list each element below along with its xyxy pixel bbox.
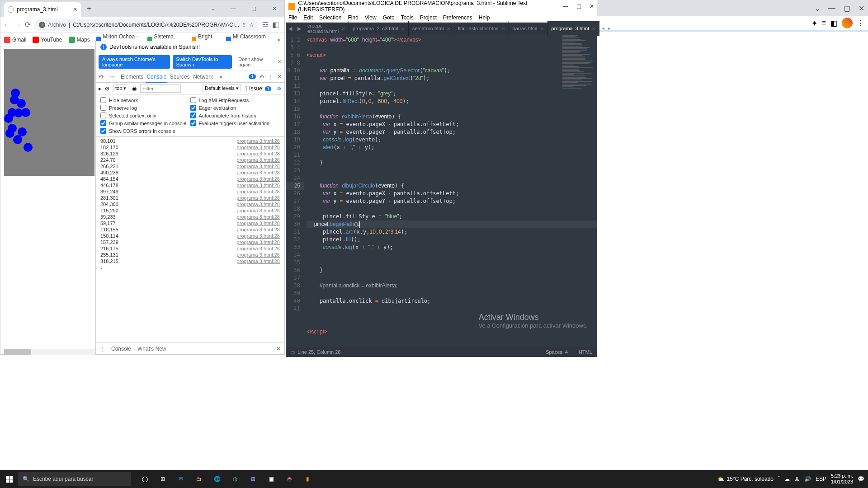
clear-console-icon[interactable]: ⊘: [105, 85, 109, 92]
drawer-menu-icon[interactable]: ⋮: [99, 346, 105, 352]
edge-app-icon[interactable]: ◍: [226, 470, 244, 488]
editor-tab[interactable]: flor_instructor.html✕: [454, 21, 509, 36]
menu-edit[interactable]: Edit: [303, 14, 313, 21]
setting-checkbox[interactable]: [190, 97, 196, 103]
bg-avatar[interactable]: [842, 18, 853, 28]
device-icon[interactable]: ▭: [109, 74, 114, 80]
chrome-chevron-icon[interactable]: ⌄: [203, 0, 223, 17]
log-source-link[interactable]: programa 3.html:28: [237, 145, 280, 150]
devtools-tab-console[interactable]: Console: [146, 72, 167, 83]
network-icon[interactable]: 🖧: [794, 476, 800, 482]
chrome-app-icon[interactable]: 🌐: [208, 470, 226, 488]
store-icon[interactable]: ⊞: [244, 470, 262, 488]
editor-tab[interactable]: programa_3.html✕: [548, 21, 599, 36]
console-setting[interactable]: Preserve log: [100, 105, 190, 111]
always-match-button[interactable]: Always match Chrome's language: [99, 55, 170, 69]
bg-ext-icon[interactable]: ✦: [811, 19, 817, 28]
bg-close-icon[interactable]: ✕: [859, 4, 864, 13]
setting-checkbox[interactable]: [100, 128, 106, 134]
log-source-link[interactable]: programa 3.html:28: [237, 164, 280, 169]
log-source-link[interactable]: programa 3.html:28: [237, 239, 280, 245]
new-tab-button[interactable]: +: [83, 2, 95, 15]
onedrive-icon[interactable]: ☁: [784, 476, 790, 482]
inspect-icon[interactable]: ⯐: [99, 74, 104, 80]
language-indicator[interactable]: ESP: [816, 476, 826, 482]
tab-close-icon[interactable]: ✕: [447, 26, 450, 31]
bookmark-star-icon[interactable]: ☆: [249, 22, 254, 28]
menu-preferences[interactable]: Preferences: [443, 14, 472, 21]
log-source-link[interactable]: programa 3.html:28: [237, 258, 280, 264]
menu-project[interactable]: Project: [420, 14, 437, 21]
menu-file[interactable]: File: [288, 14, 297, 21]
status-syntax[interactable]: HTML: [579, 349, 592, 355]
back-button[interactable]: ←: [3, 20, 10, 29]
tab-nav-next-icon[interactable]: ▶: [295, 26, 304, 32]
devtools-tab-elements[interactable]: Elements: [120, 72, 144, 82]
context-selector[interactable]: top ▾: [113, 84, 128, 92]
editor-tab[interactable]: semaforo.html✕: [409, 21, 454, 36]
clock[interactable]: 5:23 p. m. 1/01/2023: [831, 473, 853, 485]
setting-checkbox[interactable]: [100, 105, 106, 111]
editor-tab[interactable]: creepe escuadra.html✕: [304, 21, 349, 36]
menu-find[interactable]: Find: [348, 14, 358, 21]
console-setting[interactable]: Log XMLHttpRequests: [190, 97, 280, 103]
bg-side-icon[interactable]: ◧: [830, 19, 837, 28]
tab-add-icon[interactable]: +: [602, 26, 605, 32]
log-source-link[interactable]: programa 3.html:28: [237, 176, 280, 182]
mail-app-icon[interactable]: ✉: [172, 470, 190, 488]
site-info-icon[interactable]: i: [39, 22, 45, 28]
tab-close-icon[interactable]: ✕: [592, 26, 595, 31]
tab-close-icon[interactable]: ✕: [73, 6, 77, 13]
bg-min-icon[interactable]: —: [828, 4, 835, 12]
console-setting[interactable]: Eager evaluation: [190, 105, 280, 111]
log-levels-selector[interactable]: Default levels ▾: [203, 84, 241, 92]
canvas-element[interactable]: [4, 49, 94, 176]
filter-input[interactable]: [140, 84, 181, 93]
console-setting[interactable]: Autocomplete from history: [190, 113, 280, 118]
cortana-icon[interactable]: ◯: [136, 470, 154, 488]
chrome-close-icon[interactable]: ✕: [264, 0, 284, 17]
devtools-tab-network[interactable]: Network: [192, 72, 214, 82]
log-source-link[interactable]: programa 3.html:28: [237, 170, 280, 175]
log-source-link[interactable]: programa 3.html:28: [237, 138, 280, 144]
tab-close-icon[interactable]: ✕: [540, 26, 544, 31]
taskview-icon[interactable]: ⊞: [154, 470, 172, 488]
eye-icon[interactable]: ◉: [132, 85, 137, 92]
setting-checkbox[interactable]: [190, 105, 196, 111]
log-source-link[interactable]: programa 3.html:28: [237, 208, 280, 213]
devtools-tab-sources[interactable]: Sources: [169, 72, 191, 82]
status-spaces[interactable]: Spaces: 4: [546, 349, 568, 355]
log-source-link[interactable]: programa 3.html:28: [237, 252, 280, 258]
drawer-tab-console[interactable]: Console: [111, 346, 131, 352]
tab-close-icon[interactable]: ✕: [341, 26, 345, 31]
menu-help[interactable]: Help: [479, 14, 490, 21]
issues-link[interactable]: 1 Issue: 1: [245, 85, 271, 92]
setting-checkbox[interactable]: [190, 120, 196, 126]
tab-dropdown-icon[interactable]: ▾: [608, 26, 610, 32]
console-setting[interactable]: Group similar messages in console: [100, 120, 190, 126]
bg-menu-icon[interactable]: ⋮: [857, 19, 864, 28]
sublime-editor[interactable]: 1 2 3 4 5 6 7 8 9 10 11 12 13 14 15 16 1…: [286, 34, 597, 347]
sublime-maximize-icon[interactable]: ▢: [576, 3, 581, 9]
setting-checkbox[interactable]: [190, 113, 196, 118]
log-source-link[interactable]: programa 3.html:28: [237, 183, 280, 188]
devtools-menu-icon[interactable]: ⋮: [268, 74, 274, 80]
menu-selection[interactable]: Selection: [319, 14, 341, 21]
app-icon-1[interactable]: ▣: [262, 470, 280, 488]
console-sidebar-icon[interactable]: ▸: [99, 85, 101, 92]
tab-close-icon[interactable]: ✕: [501, 26, 505, 31]
weather-widget[interactable]: ⛅ 15°C Parc. soleado: [717, 476, 774, 482]
status-rect-icon[interactable]: ▭: [290, 349, 295, 355]
chrome-minimize-icon[interactable]: —: [223, 0, 244, 17]
log-source-link[interactable]: programa 3.html:28: [237, 195, 280, 201]
forward-button[interactable]: →: [14, 20, 21, 29]
banner-close-icon[interactable]: ✕: [277, 59, 282, 65]
log-source-link[interactable]: programa 3.html:28: [237, 157, 280, 163]
menu-goto[interactable]: Goto: [383, 14, 395, 21]
code-area[interactable]: <canvas width="600" height="400"></canva…: [304, 34, 597, 347]
notifications-icon[interactable]: 💬: [858, 476, 864, 482]
issues-count-badge[interactable]: 1: [249, 74, 256, 79]
address-bar[interactable]: i Archivo | C:/Users/escritorio/Document…: [34, 19, 259, 31]
explorer-icon[interactable]: 🗀: [190, 470, 208, 488]
reload-button[interactable]: ⟳: [25, 20, 31, 29]
